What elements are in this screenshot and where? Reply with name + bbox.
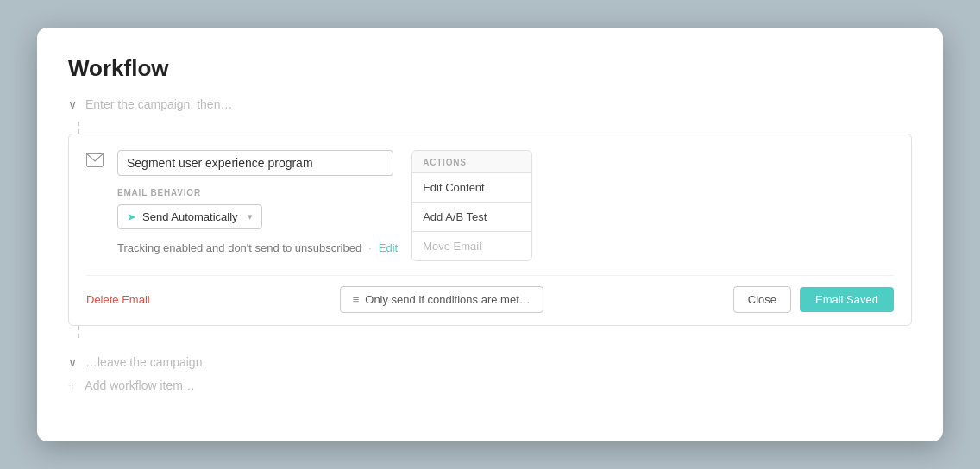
edit-content-button[interactable]: Edit Content: [412, 173, 531, 203]
email-icon: [86, 153, 104, 172]
leave-chevron-icon[interactable]: ∨: [68, 355, 77, 369]
enter-placeholder: Enter the campaign, then…: [85, 97, 232, 111]
conditions-button[interactable]: ≡ Only send if conditions are met…: [340, 286, 543, 313]
send-behavior-dropdown[interactable]: ➤ Send Automatically ▾: [117, 204, 262, 229]
dashed-connector-bottom: [78, 326, 912, 338]
dropdown-arrow-icon: ▾: [248, 211, 253, 222]
send-behavior-label: Send Automatically: [142, 210, 238, 223]
tracking-edit-link[interactable]: Edit: [379, 241, 398, 254]
email-block-inner: EMAIL BEHAVIOR ➤ Send Automatically ▾ Tr…: [86, 150, 398, 254]
actions-panel: ACTIONS Edit Content Add A/B Test Move E…: [411, 150, 532, 261]
conditions-label: Only send if conditions are met…: [365, 293, 530, 306]
add-workflow-item-button[interactable]: Add workflow item…: [85, 378, 195, 392]
actions-header: ACTIONS: [412, 151, 531, 173]
filter-icon: ≡: [353, 293, 360, 306]
dashed-connector-top: [78, 122, 912, 134]
tracking-text: Tracking enabled and don't send to unsub…: [117, 241, 361, 254]
page-title: Workflow: [68, 55, 912, 82]
footer-right: Close Email Saved: [733, 286, 894, 313]
email-block: EMAIL BEHAVIOR ➤ Send Automatically ▾ Tr…: [68, 134, 912, 326]
add-ab-test-button[interactable]: Add A/B Test: [412, 203, 531, 232]
tracking-row: Tracking enabled and don't send to unsub…: [117, 241, 398, 254]
behavior-label: EMAIL BEHAVIOR: [117, 188, 398, 197]
email-actions-wrapper: EMAIL BEHAVIOR ➤ Send Automatically ▾ Tr…: [86, 150, 894, 261]
leave-placeholder: …leave the campaign.: [85, 355, 205, 369]
enter-section: ∨ Enter the campaign, then…: [68, 97, 912, 111]
plus-icon: +: [68, 378, 76, 393]
email-content-col: EMAIL BEHAVIOR ➤ Send Automatically ▾ Tr…: [117, 150, 398, 254]
add-item-section: + Add workflow item…: [68, 378, 912, 393]
tracking-dot: ·: [368, 241, 372, 254]
main-window: Workflow ∨ Enter the campaign, then… EMA…: [37, 28, 943, 441]
enter-chevron-icon[interactable]: ∨: [68, 97, 77, 111]
email-footer: Delete Email ≡ Only send if conditions a…: [86, 275, 894, 313]
send-icon: ➤: [127, 210, 136, 223]
leave-section: ∨ …leave the campaign.: [68, 355, 912, 369]
email-name-input[interactable]: [117, 150, 393, 176]
email-saved-button[interactable]: Email Saved: [800, 287, 894, 312]
move-email-button[interactable]: Move Email: [412, 232, 531, 260]
delete-email-button[interactable]: Delete Email: [86, 293, 150, 306]
close-button[interactable]: Close: [733, 286, 791, 313]
